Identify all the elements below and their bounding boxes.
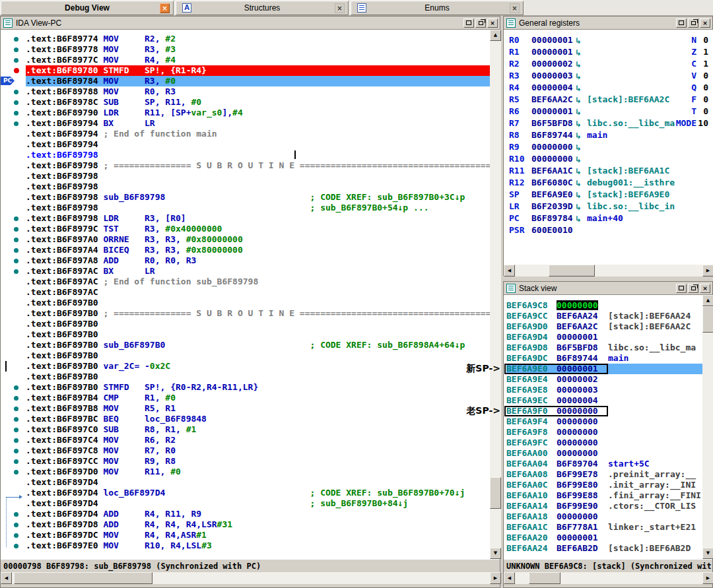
stack-row[interactable]: BEF6A9F800000000	[506, 427, 702, 438]
register-row[interactable]: R200000002↳	[509, 59, 713, 71]
register-row[interactable]: R900000000↳	[509, 142, 713, 154]
tab-enums[interactable]: Enums×	[351, 1, 524, 15]
disasm-line[interactable]: .text:B6F897B0 sub_B6F897B0 ; CODE XREF:…	[1, 340, 490, 350]
stack-row[interactable]: BEF6A9E400000002	[506, 374, 702, 385]
disasm-vscroll-thumb[interactable]	[490, 477, 501, 509]
follow-arrow-icon[interactable]: ↳	[575, 130, 582, 142]
registers-hscrollbar[interactable]: ◀ ▶	[504, 265, 713, 277]
stack-row[interactable]: BEF6AA24BEF6AB2D[stack]:BEF6AB2D	[506, 543, 702, 554]
disasm-line[interactable]: .text:B6F89778 MOV R3, #3	[1, 44, 490, 55]
disasm-minimize-icon[interactable]	[463, 18, 474, 28]
disasm-line[interactable]: .text:B6F897CC MOV R9, R8	[1, 456, 490, 467]
scroll-down-icon[interactable]: ▼	[702, 548, 713, 559]
register-row[interactable]: LRB6F2039D↳libc.so:__libc_in	[509, 201, 713, 213]
disasm-line[interactable]: .text:B6F8977C MOV R4, #4	[1, 55, 490, 65]
stack-row[interactable]: BEF6AA04B6F89704start+5C	[506, 459, 702, 469]
disasm-line[interactable]: .text:B6F897AC BX LR	[1, 266, 490, 277]
stack-row[interactable]: BEF6AA14B6F99E90.ctors:__CTOR_LIS	[506, 501, 702, 511]
scroll-up-icon[interactable]: ▲	[702, 295, 713, 306]
register-row[interactable]: SPBEF6A9E0↳[stack]:BEF6A9E0	[509, 189, 713, 201]
disasm-titlebar[interactable]: IDA View-PC ×	[1, 16, 500, 30]
stack-row[interactable]: BEF6A9DCB6F89744main	[506, 353, 702, 364]
scroll-left-icon[interactable]: ◀	[504, 572, 515, 584]
disasm-line[interactable]: .text:B6F89788 MOV R0, R3	[1, 86, 490, 97]
disasm-line[interactable]: .text:B6F897DC MOV R4, R4,ASR#1	[1, 530, 490, 540]
disasm-vscrollbar[interactable]: ▲ ▼	[490, 30, 501, 559]
stack-row[interactable]: BEF6A9D8B6F5BFD8libc.so:__libc_ma	[506, 343, 702, 353]
follow-arrow-icon[interactable]: ↳	[575, 94, 582, 106]
register-row[interactable]: R11BEF6AA1C↳[stack]:BEF6AA1C	[509, 166, 713, 178]
follow-arrow-icon[interactable]: ↳	[575, 189, 582, 201]
stack-close-icon[interactable]: ×	[700, 284, 710, 293]
scroll-left-icon[interactable]: ◀	[504, 265, 515, 277]
register-row[interactable]: R5BEF6AA2C↳[stack]:BEF6AA2C	[509, 94, 713, 106]
disasm-line[interactable]: .text:B6F897D8 ADD R4, R4, R4,LSR#31	[1, 519, 490, 530]
stack-row[interactable]: BEF6A9D0BEF6AA2C[stack]:BEF6AA2C	[506, 321, 702, 332]
disasm-line[interactable]: .text:B6F89774 MOV R2, #2	[1, 34, 490, 44]
disasm-line[interactable]: .text:B6F89798 ; sub_B6F897B0+54↓p ...	[1, 203, 490, 213]
disasm-line[interactable]: .text:B6F89790 LDR R11, [SP+var_s0],#4	[1, 108, 490, 118]
register-row[interactable]: PSR600E0010	[509, 225, 713, 237]
disasm-line[interactable]: .text:B6F897C8 MOV R7, R0	[1, 445, 490, 456]
stack-float-icon[interactable]	[688, 284, 698, 293]
register-list[interactable]: R000000001↳R100000001↳R200000002↳R300000…	[504, 30, 713, 265]
registers-float-icon[interactable]	[688, 18, 698, 28]
register-row[interactable]: R7B6F5BFD8↳libc.so:__libc_ma	[509, 118, 713, 130]
disasm-line[interactable]: .text:B6F897D4 ADD R4, R11, R9	[1, 509, 490, 519]
tab-debug-view[interactable]: Debug View×	[1, 1, 174, 15]
stack-hscrollbar[interactable]: ◀ ▶	[504, 572, 713, 584]
stack-row[interactable]: BEF6AA10B6F99E88.fini_array:__FINI	[506, 490, 702, 501]
stack-hscroll-thumb[interactable]	[529, 572, 560, 584]
stack-vscroll-thumb[interactable]	[702, 306, 713, 333]
stack-row[interactable]: BEF6A9E000000001	[506, 364, 702, 374]
stack-rows[interactable]: BEF6A9C800000000BEF6A9CCBEF6AA24[stack]:…	[504, 295, 702, 559]
disasm-close-icon[interactable]: ×	[487, 18, 498, 28]
disasm-line[interactable]: .text:B6F897C0 SUB R8, R1, #1	[1, 424, 490, 435]
disasm-line[interactable]: .text:B6F897D4 ; sub_B6F897B0+84↓j	[1, 498, 490, 509]
registers-close-icon[interactable]: ×	[700, 18, 710, 28]
follow-arrow-icon[interactable]: ↳	[575, 71, 582, 82]
stack-row[interactable]: BEF6A9F400000000	[506, 416, 702, 427]
disasm-line[interactable]: .text:B6F89794 ; End of function main	[1, 129, 490, 139]
stack-minimize-icon[interactable]	[676, 284, 687, 293]
disasm-line[interactable]: .text:B6F897B0	[1, 350, 490, 361]
registers-minimize-icon[interactable]	[676, 18, 687, 28]
tab-close-icon[interactable]: ×	[160, 3, 170, 13]
follow-arrow-icon[interactable]: ↳	[575, 82, 582, 94]
disasm-line[interactable]: .text:B6F897B0 STMFD SP!, {R0-R2,R4-R11,…	[1, 382, 490, 393]
follow-arrow-icon[interactable]: ↳	[575, 47, 582, 59]
follow-arrow-icon[interactable]: ↳	[575, 178, 582, 189]
disasm-line[interactable]: .text:B6F897AC	[1, 287, 490, 298]
follow-arrow-icon[interactable]: ↳	[575, 166, 582, 178]
disasm-line[interactable]: .text:B6F897D4	[1, 477, 490, 488]
follow-arrow-icon[interactable]: ↳	[575, 142, 582, 154]
follow-arrow-icon[interactable]: ↳	[575, 35, 582, 47]
stack-row[interactable]: BEF6A9CCBEF6AA24[stack]:BEF6AA24	[506, 311, 702, 321]
disasm-line[interactable]: .text:B6F897C4 MOV R6, R2	[1, 435, 490, 445]
disasm-line[interactable]: .text:B6F8979C TST R3, #0x40000000	[1, 224, 490, 234]
disasm-line[interactable]: .text:B6F89798	[1, 150, 490, 160]
disasm-line[interactable]: .text:B6F89798	[1, 181, 490, 192]
stack-row[interactable]: BEF6AA1CB6F778A1linker:_start+E21	[506, 522, 702, 533]
breakpoint-dot[interactable]	[14, 68, 19, 73]
scroll-right-icon[interactable]: ▶	[702, 265, 713, 277]
stack-row[interactable]: BEF6A9E800000003	[506, 385, 702, 395]
tab-structures[interactable]: AStructures×	[176, 1, 349, 15]
stack-row[interactable]: BEF6AA2000000001	[506, 533, 702, 543]
stack-titlebar[interactable]: Stack view ×	[504, 282, 712, 295]
disasm-line[interactable]: .text:B6F897A0 ORRNE R3, R3, #0x80000000	[1, 234, 490, 245]
disasm-line[interactable]: .text:B6F897AC ; End of function sub_B6F…	[1, 277, 490, 287]
register-row[interactable]: R12B6F6080C↳debug001:__isthre	[509, 178, 713, 189]
disasm-line[interactable]: .text:B6F897D0 MOV R11, #0	[1, 467, 490, 477]
disassembly-lines[interactable]: .text:B6F89774 MOV R2, #2.text:B6F89778 …	[1, 30, 490, 559]
disasm-line[interactable]: .text:B6F897B8 MOV R5, R1	[1, 403, 490, 414]
scroll-right-icon[interactable]: ▶	[490, 572, 501, 584]
scroll-up-icon[interactable]: ▲	[490, 30, 501, 41]
disasm-line[interactable]: .text:B6F89798 sub_B6F89798 ; CODE XREF:…	[1, 192, 490, 203]
registers-titlebar[interactable]: General registers ×	[504, 16, 712, 30]
disasm-line[interactable]: .text:B6F897D4 loc_B6F897D4 ; CODE XREF:…	[1, 488, 490, 498]
register-row[interactable]: R1000000000↳	[509, 154, 713, 166]
disasm-line[interactable]: .text:B6F897B0	[1, 319, 490, 329]
stack-row[interactable]: BEF6A9D400000001	[506, 332, 702, 343]
disasm-line[interactable]: .text:B6F897BC BEQ loc_B6F89848	[1, 414, 490, 424]
